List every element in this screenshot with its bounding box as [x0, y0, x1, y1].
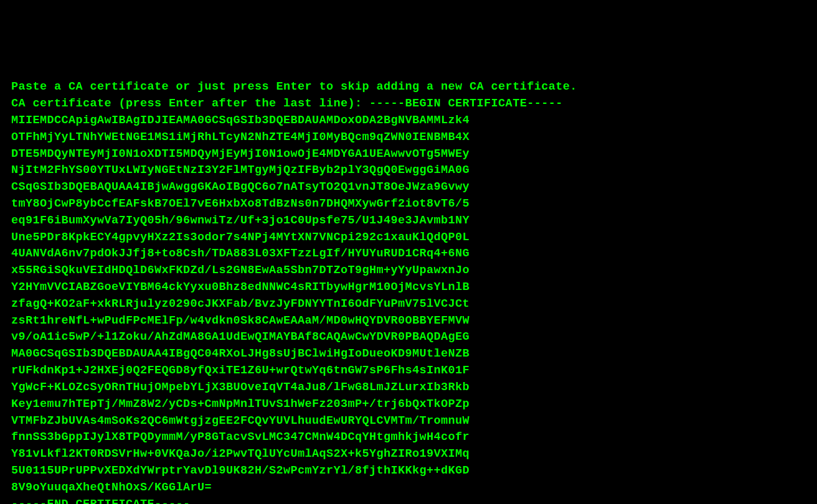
terminal-line: fnnSS3bGppIJylX8TPQDymmM/yP8GTacvSvLMC34… [11, 429, 806, 446]
terminal-line: 4UANVdA6nv7pdOkJJfj8+to8Csh/TDA883L03XFT… [11, 246, 806, 263]
terminal-line: VTMFbZJbUVAs4mSoKs2QC6mWtgjzgEE2FCQvYUVL… [11, 413, 806, 430]
terminal-line: eq91F6iBumXywVa7IyQ05h/96wnwiTz/Uf+3jo1C… [11, 213, 806, 230]
terminal-line: CA certificate (press Enter after the la… [11, 96, 806, 113]
terminal-line: MA0GCSqGSIb3DQEBDAUAA4IBgQC04RXoLJHg8sUj… [11, 346, 806, 363]
terminal-line: tmY8OjCwP8ybCcfEAFskB7OEl7vE6HxbXo8TdBzN… [11, 196, 806, 213]
terminal-line: MIIEMDCCApigAwIBAgIDJIEAMA0GCSqGSIb3DQEB… [11, 113, 806, 129]
terminal-line: 8V9oYuuqaXheQtNhOxS/KGGlArU= [11, 480, 806, 497]
terminal-line: YgWcF+KLOZcSyORnTHujOMpebYLjX3BUOveIqVT4… [11, 380, 806, 396]
terminal-line: NjItM2FhYS00YTUxLWIyNGEtNzI3Y2FlMTgyMjQz… [11, 162, 806, 179]
terminal-line: CSqGSIb3DQEBAQUAA4IBjwAwggGKAoIBgQC6o7nA… [11, 179, 806, 196]
terminal-line: zfagQ+KO2aF+xkRLRjulyz0290cJKXFab/BvzJyF… [11, 296, 806, 313]
terminal-line: -----END CERTIFICATE----- [11, 497, 806, 504]
terminal-line: Une5PDr8KpkECY4gpvyHXz2Is3odor7s4NPj4MYt… [11, 230, 806, 246]
terminal-output: Paste a CA certificate or just press Ent… [11, 79, 806, 504]
terminal-line: Y2HYmVVCIABZGoeVIYBM64ckYyxu0Bhz8edNNWC4… [11, 279, 806, 296]
terminal-line: Key1emu7hTEpTj/MmZ8W2/yCDs+CmNpMnlTUvS1h… [11, 396, 806, 413]
terminal-line: DTE5MDQyNTEyMjI0N1oXDTI5MDQyMjEyMjI0N1ow… [11, 146, 806, 163]
terminal-line: zsRt1hreNfL+wPudFPcMElFp/w4vdkn0Sk8CAwEA… [11, 313, 806, 330]
terminal-line: v9/oA1ic5wP/+l1Zoku/AhZdMA8GA1UdEwQIMAYB… [11, 329, 806, 346]
terminal-line: x55RGiSQkuVEIdHDQlD6WxFKDZd/Ls2GN8EwAa5S… [11, 263, 806, 279]
terminal-line: Y81vLkfl2KT0RDSVrHw+0VKQaJo/i2PwvTQlUYcU… [11, 446, 806, 463]
terminal-line: OTFhMjYyLTNhYWEtNGE1MS1iMjRhLTcyN2NhZTE4… [11, 129, 806, 146]
terminal-line: rUFkdnKp1+J2HXEj0Q2FEQGD8yfQxiTE1Z6U+wrQ… [11, 363, 806, 380]
terminal-line: 5U0115UPrUPPvXEDXdYWrptrYavDl9UK82H/S2wP… [11, 463, 806, 480]
terminal-line: Paste a CA certificate or just press Ent… [11, 79, 806, 96]
